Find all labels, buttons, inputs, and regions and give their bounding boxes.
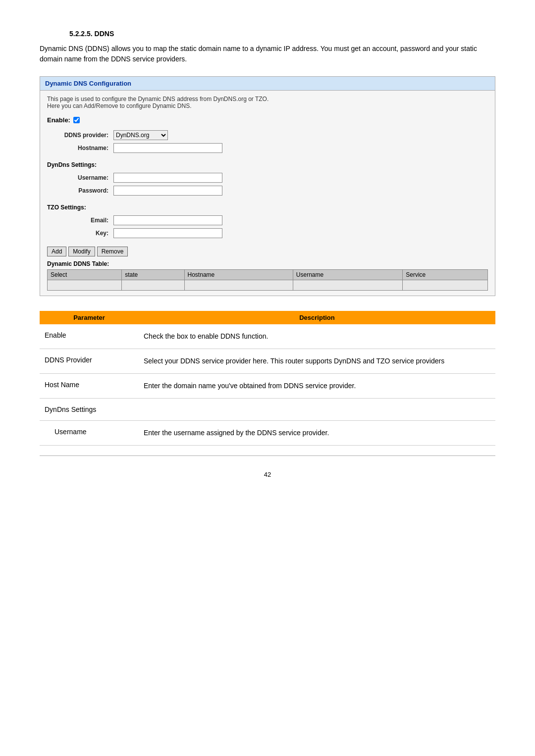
email-input-cell xyxy=(111,214,488,227)
param-hostname: Host Name Enter the domain name you've o… xyxy=(40,374,495,399)
email-input[interactable] xyxy=(113,215,222,225)
col-service: Service xyxy=(403,270,488,280)
intro-text: Dynamic DNS (DDNS) allows you to map the… xyxy=(40,44,495,64)
username-label: Username: xyxy=(47,171,111,184)
param-name-enable: Enable xyxy=(40,324,139,349)
username-input[interactable] xyxy=(113,173,222,183)
enable-label: Enable: xyxy=(47,116,70,124)
param-dyndns-settings: DynDns Settings xyxy=(40,399,495,421)
param-desc-ddns-provider: Select your DDNS service provider here. … xyxy=(139,349,495,374)
email-label: Email: xyxy=(47,214,111,227)
username-input-cell xyxy=(111,171,488,184)
bottom-divider xyxy=(40,455,495,456)
provider-row: DDNS provider: DynDNS.org TZO xyxy=(47,129,488,142)
param-desc-dyndns xyxy=(139,399,495,421)
add-button[interactable]: Add xyxy=(47,247,66,256)
tzo-settings-label: TZO Settings: xyxy=(47,204,488,211)
dyndns-settings-label: DynDns Settings: xyxy=(47,161,488,168)
page-number: 42 xyxy=(40,471,495,478)
param-name-hostname: Host Name xyxy=(40,374,139,399)
param-ddns-provider: DDNS Provider Select your DDNS service p… xyxy=(40,349,495,374)
dns-config-panel: Dynamic DNS Configuration This page is u… xyxy=(40,76,495,296)
dns-info: This page is used to configure the Dynam… xyxy=(47,96,488,109)
col-state: state xyxy=(122,270,184,280)
password-label: Password: xyxy=(47,184,111,197)
password-input-cell xyxy=(111,184,488,197)
dyndns-form: Username: Password: xyxy=(47,171,488,197)
col-desc-header: Description xyxy=(139,311,495,324)
param-desc-hostname: Enter the domain name you've obtained fr… xyxy=(139,374,495,399)
provider-label: DDNS provider: xyxy=(47,129,111,142)
password-row: Password: xyxy=(47,184,488,197)
cell-service xyxy=(403,280,488,291)
param-username: Username Enter the username assigned by … xyxy=(40,421,495,446)
provider-select[interactable]: DynDNS.org TZO xyxy=(113,130,168,140)
param-desc-username: Enter the username assigned by the DDNS … xyxy=(139,421,495,446)
hostname-input[interactable] xyxy=(113,143,222,153)
col-param-header: Parameter xyxy=(40,311,139,324)
cell-hostname xyxy=(184,280,293,291)
provider-form: DDNS provider: DynDNS.org TZO Hostname: xyxy=(47,129,488,154)
param-enable: Enable Check the box to enable DDNS func… xyxy=(40,324,495,349)
username-row: Username: xyxy=(47,171,488,184)
table-row xyxy=(48,280,488,291)
password-input[interactable] xyxy=(113,186,222,196)
param-name-username: Username xyxy=(40,421,139,446)
parameter-table: Parameter Description Enable Check the b… xyxy=(40,311,495,446)
col-select: Select xyxy=(48,270,122,280)
ddns-table: Select state Hostname Username Service xyxy=(47,269,488,291)
cell-username xyxy=(293,280,402,291)
param-desc-enable: Check the box to enable DDNS function. xyxy=(139,324,495,349)
key-input[interactable] xyxy=(113,228,222,238)
cell-state xyxy=(122,280,184,291)
key-label: Key: xyxy=(47,227,111,240)
param-name-dyndns: DynDns Settings xyxy=(40,399,139,421)
col-username: Username xyxy=(293,270,402,280)
hostname-input-cell xyxy=(111,142,488,154)
modify-button[interactable]: Modify xyxy=(68,247,95,256)
button-row: Add Modify Remove xyxy=(47,247,488,256)
hostname-row: Hostname: xyxy=(47,142,488,154)
section-title: 5.2.2.5. DDNS xyxy=(69,30,495,38)
cell-select xyxy=(48,280,122,291)
provider-input-cell: DynDNS.org TZO xyxy=(111,129,488,142)
table-header-row: Select state Hostname Username Service xyxy=(48,270,488,280)
ddns-table-label: Dynamic DDNS Table: xyxy=(47,260,488,267)
param-header-row: Parameter Description xyxy=(40,311,495,324)
panel-body: This page is used to configure the Dynam… xyxy=(40,91,495,296)
enable-checkbox[interactable] xyxy=(73,117,80,123)
param-name-ddns-provider: DDNS Provider xyxy=(40,349,139,374)
panel-header: Dynamic DNS Configuration xyxy=(40,77,495,91)
enable-row: Enable: xyxy=(47,116,488,124)
key-input-cell xyxy=(111,227,488,240)
remove-button[interactable]: Remove xyxy=(97,247,128,256)
key-row: Key: xyxy=(47,227,488,240)
col-hostname: Hostname xyxy=(184,270,293,280)
email-row: Email: xyxy=(47,214,488,227)
tzo-form: Email: Key: xyxy=(47,214,488,240)
hostname-label: Hostname: xyxy=(47,142,111,154)
